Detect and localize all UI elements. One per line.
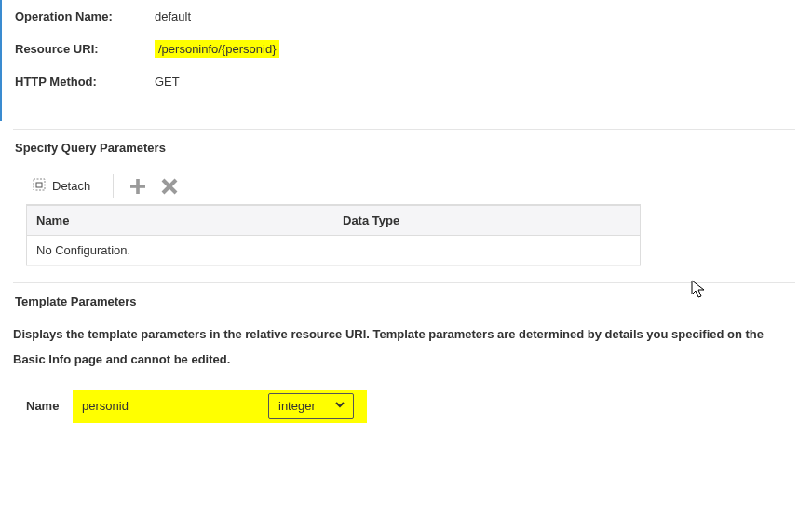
table-header-row: Name Data Type [27, 206, 641, 236]
divider [13, 282, 795, 283]
template-param-name: personid [73, 399, 268, 413]
chevron-down-icon [334, 399, 345, 413]
remove-button[interactable] [158, 175, 181, 198]
template-name-label: Name [13, 399, 73, 413]
column-name: Name [27, 206, 334, 236]
x-icon [160, 177, 179, 196]
column-datatype: Data Type [333, 206, 641, 236]
template-param-type-select[interactable]: integer [268, 393, 354, 419]
divider [13, 129, 795, 130]
http-method-value: GET [155, 75, 180, 89]
svg-rect-0 [34, 179, 45, 190]
resource-uri-value: /personinfo/{personid} [155, 40, 279, 58]
template-param-type-value: integer [278, 399, 316, 413]
resource-uri-label: Resource URI: [15, 42, 155, 56]
toolbar-separator [113, 174, 114, 198]
detach-icon [32, 177, 47, 195]
operation-name-label: Operation Name: [15, 9, 155, 23]
plus-icon [129, 177, 147, 196]
svg-rect-3 [130, 185, 145, 188]
template-params-description: Displays the template parameters in the … [13, 322, 795, 373]
query-params-title: Specify Query Parameters [15, 141, 795, 155]
detach-button[interactable]: Detach [32, 177, 100, 195]
http-method-label: HTTP Method: [15, 75, 155, 89]
operation-name-value: default [155, 9, 191, 23]
empty-state: No Configuration. [27, 236, 641, 266]
svg-rect-1 [36, 183, 42, 187]
table-row: No Configuration. [27, 236, 641, 266]
query-toolbar: Detach [26, 168, 641, 205]
template-params-title: Template Parameters [15, 294, 795, 308]
add-button[interactable] [127, 175, 149, 198]
detach-label: Detach [52, 179, 90, 193]
query-params-table: Name Data Type No Configuration. [26, 205, 641, 266]
